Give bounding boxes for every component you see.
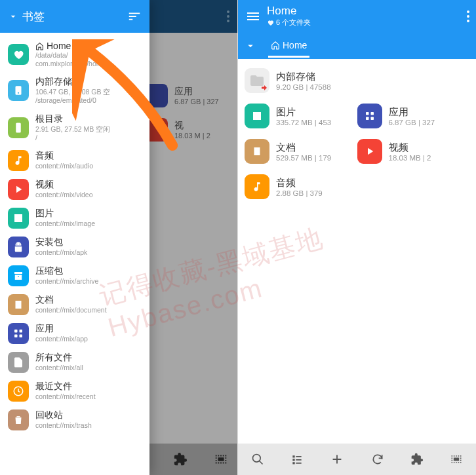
apk-icon (8, 237, 29, 257)
storage-row[interactable]: 内部存储 9.20 GB | 47588 (245, 63, 469, 98)
svg-point-3 (16, 244, 18, 245)
tab-label: Home (283, 40, 307, 50)
drawer-item-sub: content://mix/document (35, 306, 142, 314)
drawer-item-sub: content://mix/image (35, 219, 142, 228)
bookmarks-drawer: 书签 Home /data/data/ com.mixplorer er/hom… (0, 0, 149, 475)
svg-rect-8 (20, 334, 23, 337)
drawer-item[interactable]: 视频 content://mix/video (0, 175, 149, 204)
trash-icon (8, 409, 29, 430)
image-icon (8, 208, 29, 229)
menu-button[interactable] (245, 8, 262, 25)
svg-point-4 (20, 244, 21, 245)
drawer-item-name: 视频 (35, 179, 142, 191)
recent-icon (8, 381, 29, 402)
extension-icon[interactable] (410, 453, 424, 466)
drawer-item[interactable]: 所有文件 content://mix/all (0, 348, 149, 377)
right-content: 内部存储 9.20 GB | 47588 图片 335.72 MB | 453 … (238, 59, 476, 444)
drawer-item[interactable]: 文档 content://mix/document (0, 290, 149, 319)
category-item[interactable]: 音频 2.88 GB | 379 (245, 169, 357, 204)
svg-point-14 (253, 455, 261, 463)
svg-rect-12 (366, 117, 369, 121)
storage-name: 内部存储 (276, 71, 331, 83)
audio-icon (245, 174, 269, 199)
category-sub: 529.57 MB | 179 (276, 154, 331, 162)
svg-rect-11 (370, 112, 374, 115)
drawer-item[interactable]: 应用 content://mix/app (0, 319, 149, 348)
category-sub: 18.03 MB | 2 (389, 154, 431, 162)
home-icon (271, 41, 280, 50)
more-icon[interactable] (467, 10, 469, 22)
tab-bar: Home (238, 33, 476, 59)
drawer-item[interactable]: 内部存储 106.47 GB, 12.08 GB 空 /storage/emul… (0, 72, 149, 109)
chevron-down-icon[interactable] (245, 40, 256, 52)
phone-right: Home 6 个文件夹 Home 内部存储 9.20 GB | 47588 (238, 0, 476, 475)
category-sub: 2.88 GB | 379 (276, 189, 323, 197)
heart-icon (267, 19, 274, 26)
drawer-item[interactable]: Home /data/data/ com.mixplorer er/home (0, 37, 149, 72)
video-icon (8, 179, 29, 200)
header-subtitle: 6 个文件夹 (267, 18, 467, 28)
doc-icon (245, 139, 269, 164)
video-icon (357, 139, 382, 164)
right-header: Home 6 个文件夹 (238, 0, 476, 33)
category-item[interactable]: 图片 335.72 MB | 453 (245, 98, 357, 134)
drawer-item-sub: content://mix/recent (35, 392, 142, 401)
all-icon (8, 352, 29, 373)
apps-icon (8, 323, 29, 344)
drawer-item-sub: 106.47 GB, 12.08 GB 空 /storage/emulated/… (35, 88, 142, 105)
bottom-bar-right (238, 444, 476, 475)
archive-icon (8, 265, 29, 286)
category-sub: 6.87 GB | 327 (389, 119, 435, 126)
header-text: Home 6 个文件夹 (267, 5, 467, 28)
chevron-down-icon[interactable] (8, 11, 18, 22)
category-item[interactable]: 应用 6.87 GB | 327 (357, 98, 470, 134)
drawer-item[interactable]: 最近文件 content://mix/recent (0, 377, 149, 406)
drawer-item-name: 安装包 (35, 237, 142, 248)
drawer-item-name: 根目录 (35, 113, 142, 125)
category-item[interactable]: 文档 529.57 MB | 179 (245, 134, 357, 169)
category-name: 文档 (276, 142, 331, 154)
view-icon[interactable] (290, 453, 304, 466)
sort-icon[interactable] (127, 9, 142, 24)
category-name: 音频 (276, 177, 323, 189)
folder-icon (245, 68, 269, 93)
audio-icon (8, 150, 29, 171)
drawer-item[interactable]: 图片 content://mix/image (0, 204, 149, 233)
home-icon (8, 44, 29, 65)
drawer-item-name: 文档 (35, 294, 142, 306)
drawer-item-name: 音频 (35, 150, 142, 162)
header-title: Home (267, 5, 467, 18)
category-name: 应用 (389, 106, 435, 119)
drawer-item-name: 内部存储 (35, 76, 142, 88)
drawer-title: 书签 (22, 9, 127, 24)
drawer-list[interactable]: Home /data/data/ com.mixplorer er/home 内… (0, 33, 149, 475)
tab-home[interactable]: Home (268, 35, 309, 58)
drawer-item-name: 回收站 (35, 409, 142, 421)
refresh-icon[interactable] (371, 453, 384, 466)
select-icon[interactable] (450, 453, 463, 466)
drawer-item-sub: content://mix/app (35, 335, 142, 343)
add-icon[interactable] (330, 452, 344, 466)
drawer-item[interactable]: 根目录 2.91 GB, 27.52 MB 空闲 / (0, 109, 149, 146)
image-icon (245, 104, 269, 128)
drawer-item[interactable]: 音频 content://mix/audio (0, 146, 149, 175)
drawer-item[interactable]: 回收站 content://mix/trash (0, 406, 149, 434)
drawer-item[interactable]: 压缩包 content://mix/archive (0, 261, 149, 290)
svg-rect-2 (16, 123, 21, 132)
drawer-item-sub: content://mix/archive (35, 277, 142, 286)
root-icon (8, 117, 29, 138)
category-item[interactable]: 视频 18.03 MB | 2 (357, 134, 470, 169)
storage-sub: 9.20 GB | 47588 (276, 83, 331, 91)
drawer-item-name: 图片 (35, 208, 142, 219)
phone-left: 应用 6.87 GB | 327 视 18.03 M | 2 书签 Home /… (0, 0, 238, 475)
svg-rect-6 (20, 330, 23, 333)
drawer-item-name: 最近文件 (35, 381, 142, 392)
drawer-scrim[interactable] (149, 0, 237, 475)
drawer-item-sub: content://mix/audio (35, 162, 142, 170)
search-icon[interactable] (251, 453, 264, 466)
category-sub: 335.72 MB | 453 (276, 119, 331, 126)
svg-rect-13 (370, 117, 374, 121)
drawer-item[interactable]: 安装包 content://mix/apk (0, 233, 149, 261)
category-grid: 图片 335.72 MB | 453 应用 6.87 GB | 327 文档 5… (245, 98, 469, 204)
drawer-item-sub: content://mix/trash (35, 421, 142, 430)
